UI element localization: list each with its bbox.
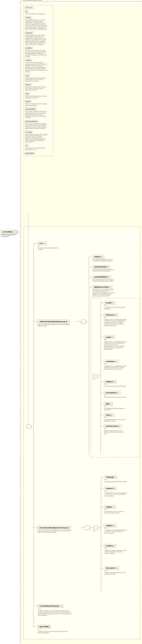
expand-icon[interactable]: ⊞ (115, 360, 117, 362)
attribute-pubconstrainturi: pubconstrainturiOne or many constraints … (25, 120, 52, 129)
element-description: The location from which the content orig… (104, 307, 126, 310)
expand-icon[interactable]: ⊞ (113, 525, 114, 526)
attribute-any: any ##other (25, 152, 35, 155)
element-keyword[interactable]: keyword⊞ (105, 487, 116, 490)
element-subject[interactable]: subject⊞ (105, 505, 116, 508)
connector-line (100, 303, 104, 303)
group-desc-label: DescriptiveMetadataCoreGroup (40, 527, 67, 529)
expand-icon[interactable]: ⊞ (114, 545, 115, 547)
element-label: subject (106, 506, 112, 508)
element-digitalsourcetype[interactable]: digitalSourceType⊞ (92, 286, 112, 289)
attribute-dir: dirThe directionality of textual content… (25, 144, 52, 150)
element-label: contentCreated (94, 266, 106, 268)
element-occurs: 0..∞ (104, 428, 107, 429)
expand-icon[interactable]: ⊞ (101, 256, 102, 258)
connector-line (100, 404, 104, 404)
attribute-name: how (25, 74, 30, 77)
element-contentmeta[interactable]: contentMeta − (1, 230, 17, 234)
element-urgency[interactable]: urgency⊞ (92, 255, 104, 258)
element-audience[interactable]: audience⊞ (104, 380, 116, 383)
connector-line (100, 301, 101, 454)
expand-icon[interactable]: ⊞ (114, 488, 115, 489)
element-any-other[interactable]: any ##other (38, 625, 50, 628)
element-creator[interactable]: creator⊞ (104, 336, 115, 339)
connector-line (81, 528, 84, 528)
attribute-name: creatoruri (25, 32, 34, 34)
element-occurs: 0..∞ (104, 417, 107, 418)
element-label: audience (106, 380, 113, 383)
element-description: A sequence of tokens associated with the… (105, 530, 127, 534)
attribute-description: Indicates by which means the value was e… (25, 86, 48, 91)
attribute-name: pubconstraint (25, 108, 36, 110)
element-extprop-desc: Extension Property: the semantics are de… (38, 610, 72, 616)
attributes-panel-title: attributes (25, 6, 33, 9)
group-descriptivemetadatacoregroup[interactable]: DescriptiveMetadataCoreGroup ⊟ (38, 526, 71, 530)
connector-line (100, 315, 104, 315)
expand-icon[interactable]: ⊞ (115, 314, 116, 316)
element-label: description (106, 567, 115, 569)
element-altid[interactable]: altId⊞ (104, 402, 112, 406)
attribute-description: If the property value is not defined, sp… (25, 34, 48, 45)
collapse-icon[interactable]: ⊟ (67, 527, 69, 529)
element-label: urgency (94, 256, 100, 258)
element-occurs: 0..∞ (105, 509, 107, 510)
element-located[interactable]: located⊞ (104, 301, 115, 304)
expand-icon[interactable]: ⊞ (114, 476, 116, 478)
element-language[interactable]: language⊞ (105, 476, 117, 479)
expand-icon[interactable]: ⊞ (112, 302, 114, 304)
connector-line (34, 626, 38, 627)
element-occurs: 0..∞ (105, 548, 107, 549)
element-description: The date (and optionally the time) on wh… (92, 269, 115, 272)
element-occurs: 0..∞ (104, 317, 107, 318)
expand-icon[interactable]: ⊞ (109, 286, 111, 288)
element-userinteraction[interactable]: userInteraction⊞ (104, 424, 122, 428)
attribute-name: dir (25, 144, 28, 147)
group-administrativemetadatagroup[interactable]: AdministrativeMetadataGroup ⊟ (38, 320, 69, 324)
element-icon[interactable]: icon ⊞ (38, 242, 47, 245)
element-occurs: 0..∞ (105, 527, 107, 529)
attribute-name: custom (25, 59, 32, 62)
admin-inner-occurs: 0..∞ (92, 378, 95, 380)
element-description: An important topic of the content; what … (105, 511, 127, 514)
group-admin-label: AdministrativeMetadataGroup (40, 320, 66, 322)
expand-icon[interactable]: ⊞ (111, 414, 112, 416)
element-description: A language used by the news content (105, 481, 127, 482)
attribute-description: The local identifier of the property. (25, 13, 48, 14)
element-label: digitalSourceType (94, 286, 109, 288)
expand-icon[interactable]: ⊞ (107, 266, 108, 268)
element-slugline[interactable]: slugline⊞ (105, 524, 116, 527)
element-description: Indicates the source type from which the… (92, 289, 115, 296)
attribute-modified: modifiedThe date (and, optionally, the t… (25, 47, 52, 57)
element-exclaudience[interactable]: exclAudience⊞ (104, 391, 120, 394)
element-contentmodified[interactable]: contentModified⊞ (92, 275, 111, 278)
attribute-name: whyuri (25, 100, 31, 103)
element-rating[interactable]: rating⊞ (104, 413, 114, 416)
collapse-icon[interactable]: ⊟ (66, 320, 68, 322)
expand-icon[interactable]: ⊞ (116, 567, 117, 569)
expand-icon[interactable]: ⊞ (113, 506, 114, 508)
element-headline[interactable]: headline⊞ (105, 544, 116, 548)
expand-icon[interactable]: ⊞ (114, 381, 115, 383)
expand-icon[interactable]: ⊞ (108, 276, 109, 278)
element-occurs: 0..∞ (104, 339, 107, 340)
expand-icon[interactable]: ⊞ (44, 242, 46, 244)
expand-icon[interactable]: ⊞ (110, 403, 111, 405)
connector-line (89, 287, 92, 287)
connector-line (100, 415, 104, 415)
element-contributor[interactable]: contributor⊞ (104, 360, 118, 363)
expand-icon[interactable]: ⊞ (60, 605, 62, 607)
connector-line (101, 477, 101, 592)
expand-icon[interactable]: ⊞ (118, 425, 120, 427)
expand-icon[interactable]: ⊞ (112, 336, 114, 338)
element-contentcreated[interactable]: contentCreated⊞ (92, 265, 110, 268)
attribute-howuri: howuriIndicates by which means the value… (25, 83, 52, 91)
connector-line (90, 528, 93, 528)
element-contentmetaextproperty[interactable]: contentMetaExtProperty ⊞ (38, 604, 63, 608)
collapse-icon[interactable]: − (14, 231, 16, 233)
expand-icon[interactable]: ⊞ (117, 392, 119, 394)
attribute-name: modified (25, 47, 33, 49)
element-infosource[interactable]: infoSource⊞ (104, 313, 118, 316)
element-description[interactable]: description⊞ (105, 566, 119, 570)
element-description: An intended audience for the content. (104, 386, 126, 387)
element-label: language (106, 476, 114, 478)
